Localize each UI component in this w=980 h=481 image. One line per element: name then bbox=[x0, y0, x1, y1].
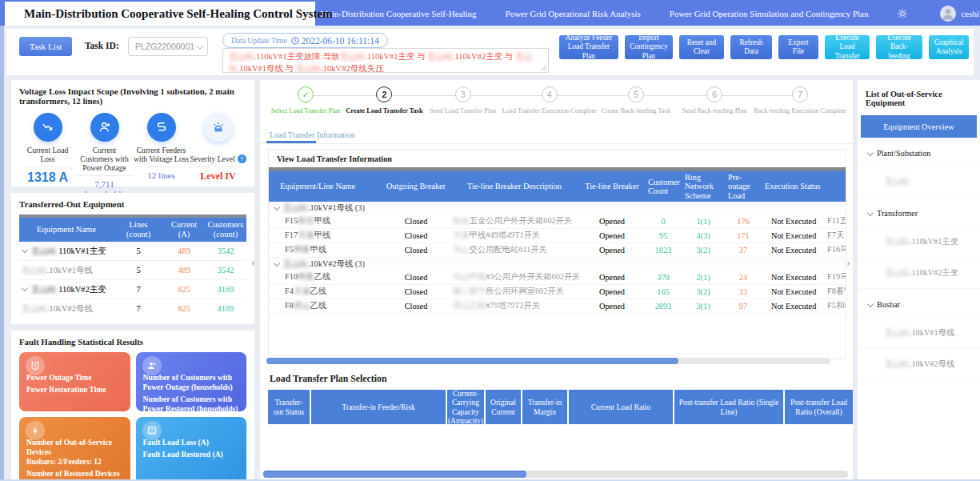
check-icon: ✓ bbox=[298, 86, 314, 102]
col-post-ratio-single: Post-transfer Load Ratio (Single Line) bbox=[674, 390, 785, 424]
execute-load-transfer-button[interactable]: Execute Load Transfer bbox=[825, 35, 870, 59]
panel-title: Voltage Loss Impact Scope (Involving 1 s… bbox=[19, 86, 246, 106]
col-equipment-line: Equipment/Line Name bbox=[269, 180, 382, 192]
expand-right-panel-icon[interactable]: › bbox=[846, 256, 850, 270]
step-backfeed-complete: 7 Back-feeding Execution Complete bbox=[754, 86, 846, 114]
col-outgoing-breaker: Outgoing Breaker bbox=[382, 180, 450, 192]
refresh-data-button[interactable]: Refresh Data bbox=[730, 35, 772, 59]
nav-item-risk-analysis[interactable]: Power Grid Operational Risk Analysis bbox=[506, 9, 641, 18]
task-id-select[interactable]: PLZG22000001 bbox=[128, 37, 208, 56]
chevron-down-icon[interactable] bbox=[22, 284, 28, 291]
graphical-analysis-button[interactable]: Graphical Analysis bbox=[929, 35, 969, 59]
col-customers: Customers (count) bbox=[205, 218, 246, 241]
tree-item[interactable]: 五山站.110kV#1主变 bbox=[858, 226, 980, 258]
execute-back-feeding-button[interactable]: Execute Back-feeding bbox=[876, 35, 922, 59]
table-row[interactable]: F5网夏甲线 Closed 马山交公用配电站611开关 Opened 1823 … bbox=[269, 243, 846, 258]
bottom-scrollbar-track[interactable] bbox=[263, 471, 848, 478]
horizontal-scrollbar-thumb[interactable] bbox=[266, 358, 678, 364]
tree-group-transformer[interactable]: Transformer bbox=[858, 198, 980, 226]
stat-value: 1318 A bbox=[25, 166, 71, 185]
equipment-overview-button[interactable]: Equipment Overview bbox=[861, 115, 977, 138]
devices-card: Number of Out-of-Service Devices Busbars… bbox=[19, 417, 130, 481]
stat-line: Busbars: 2/Feeders: 12 bbox=[26, 457, 124, 467]
tab-load-transfer-information[interactable]: Load Transfer Information bbox=[270, 130, 355, 139]
customer-icon bbox=[98, 120, 112, 134]
step-select-plan: ✓ Select Load Transfer Plan bbox=[266, 86, 345, 114]
table-row[interactable]: 五山站 110kV#1主变 5 489 3542 bbox=[19, 242, 246, 261]
import-contingency-plan-button[interactable]: Import Contingency Plan bbox=[625, 35, 673, 59]
col-transfer-out-status: Transfer-out Status bbox=[268, 390, 311, 424]
table-row[interactable]: F10网夏乙线 Closed 马山甲线#3公用户外开关箱602开关 Opened… bbox=[269, 271, 846, 285]
user-avatar[interactable] bbox=[940, 6, 956, 22]
table-row[interactable]: 五山站.10kV#2母线 7 825 4169 bbox=[19, 299, 246, 318]
nav-item-simulation[interactable]: Power Grid Operation Simulation and Cont… bbox=[670, 9, 869, 18]
customers-card: Number of Customers with Power Outage (h… bbox=[136, 352, 247, 411]
col-pre-outage-load: Pre-outage Load bbox=[725, 171, 762, 202]
step-create-backfeed: 5 Create Back-feeding Task bbox=[597, 86, 675, 114]
col-transfer-in-feeder: Transfer-in Feeder/Risk bbox=[311, 390, 447, 424]
fault-text: .110kV#1主变 与 bbox=[365, 52, 427, 61]
table-row[interactable]: F8虎山乙线 Closed 虎山乙线#79塔79T2开关 Opened 2893… bbox=[269, 299, 846, 314]
transferred-out-equipment-panel: Transferred-Out Equipment Equipment Name… bbox=[11, 193, 254, 324]
action-buttons: Analyze Feeder Load Transfer Plan Import… bbox=[559, 35, 969, 59]
task-list-button[interactable]: Task List bbox=[19, 37, 72, 56]
fault-description-textarea[interactable]: 五山站.110kV#1主变故障:导致五山站.110kV#1主变 与 五山站.11… bbox=[222, 48, 549, 73]
tree-group-busbar[interactable]: Busbar bbox=[858, 289, 980, 318]
nav-item-self-healing[interactable]: Main-Distribution Cooperative Self-Heali… bbox=[320, 9, 477, 18]
stat-line: Number of Customers with Power Outage (h… bbox=[143, 373, 241, 392]
tree-group-substation[interactable]: Plant/Substation bbox=[858, 138, 980, 166]
table-row[interactable]: F15联谊甲线 Closed 创业五金公用户外开关箱602开关 Opened 0… bbox=[269, 214, 846, 229]
chevron-down-icon[interactable] bbox=[22, 246, 28, 252]
tab-bar: Load Transfer Information bbox=[260, 126, 853, 146]
horizontal-scrollbar-track[interactable] bbox=[266, 358, 830, 364]
export-file-button[interactable]: Export File bbox=[778, 35, 818, 59]
step-send-plan: 3 Send Load Transfer Plan bbox=[424, 86, 502, 114]
resize-handle-icon[interactable] bbox=[541, 65, 547, 71]
chevron-down-icon[interactable] bbox=[274, 260, 280, 267]
table-row[interactable]: 五山站 110kV#2主变 7 825 4169 bbox=[19, 280, 246, 299]
clock-icon bbox=[291, 37, 299, 45]
stat-severity-level: Severity Level? Level IV bbox=[190, 113, 246, 198]
panel-title: Transferred-Out Equipment bbox=[19, 199, 246, 209]
chevron-down-icon bbox=[196, 42, 204, 50]
panel-title: List of Out-of-Service Equipment bbox=[858, 80, 980, 115]
chevron-down-icon bbox=[867, 149, 874, 155]
col-tie-breaker: Tie-line Breaker bbox=[579, 180, 645, 192]
col-lines: Lines (count) bbox=[114, 218, 163, 241]
col-transfer-in-margin: Transfer-in Margin bbox=[522, 390, 569, 424]
analyze-feeder-plan-button[interactable]: Analyze Feeder Load Transfer Plan bbox=[559, 35, 618, 59]
stat-current-load-loss: Current Load Loss 1318 A bbox=[19, 113, 76, 198]
task-id-label: Task ID: bbox=[85, 41, 119, 50]
reset-clear-button[interactable]: Reset and Clear bbox=[679, 35, 724, 59]
tree-item[interactable]: 五山站.110kV#2主变 bbox=[858, 258, 980, 289]
table-row[interactable]: 五山站.10kV#1母线 5 489 3542 bbox=[19, 261, 246, 280]
tree-item[interactable]: 五山站.10kV#2母线 bbox=[858, 349, 980, 380]
group-row-busbar1[interactable]: 五山站.10kV#1母线 (3) bbox=[269, 202, 846, 214]
collapse-left-panel-icon[interactable]: ‹ bbox=[251, 256, 255, 270]
step-create-task: 2 Create Load Transfer Task bbox=[345, 86, 423, 114]
help-icon[interactable]: ? bbox=[238, 154, 246, 163]
gear-icon[interactable] bbox=[897, 8, 908, 19]
table-row[interactable]: F4天濠乙线 Closed 第二看守所公用环网室602开关 Opened 165… bbox=[269, 285, 846, 299]
stat-feeders-voltage-loss: Current Feeders with Voltage Loss 12 lin… bbox=[133, 113, 190, 198]
workflow-stepper: ✓ Select Load Transfer Plan 2 Create Loa… bbox=[266, 86, 846, 125]
col-customer-count: Customer Count bbox=[645, 176, 682, 198]
page-title: Main-Distribution Cooperative Self-Heali… bbox=[24, 7, 333, 21]
stat-line: Number of Restored Devices bbox=[26, 469, 124, 479]
step-transfer-complete: 4 Load Transfer Execution Complete bbox=[502, 86, 597, 114]
stat-line: Power Restoration Time bbox=[26, 385, 124, 395]
username-label: ceshi bbox=[961, 9, 979, 18]
col-post-ratio-overall: Post-transfer Load Ratio (Overall) bbox=[785, 390, 853, 424]
alarm-lamp-icon bbox=[211, 120, 226, 134]
tree-item[interactable]: 五山站 bbox=[858, 166, 980, 198]
group-row-busbar2[interactable]: 五山站.10kV#2母线 (3) bbox=[269, 258, 846, 271]
stat-value: 12 lines bbox=[138, 166, 185, 180]
table-row[interactable]: F17天濠甲线 Closed 天濠甲线#49塔49T1开关 Opened 95 … bbox=[269, 229, 846, 243]
fault-text: .10kV#1母线 与 bbox=[238, 64, 296, 73]
col-current: Current (A) bbox=[163, 218, 205, 241]
bottom-scrollbar-thumb[interactable] bbox=[263, 471, 526, 478]
task-id-value: PLZG22000001 bbox=[135, 42, 194, 51]
chevron-down-icon[interactable] bbox=[274, 204, 280, 210]
tree-item[interactable]: 五山站.10kV#1母线 bbox=[858, 318, 980, 349]
load-transfer-table: View Load Transfer Information Equipment… bbox=[268, 149, 846, 359]
